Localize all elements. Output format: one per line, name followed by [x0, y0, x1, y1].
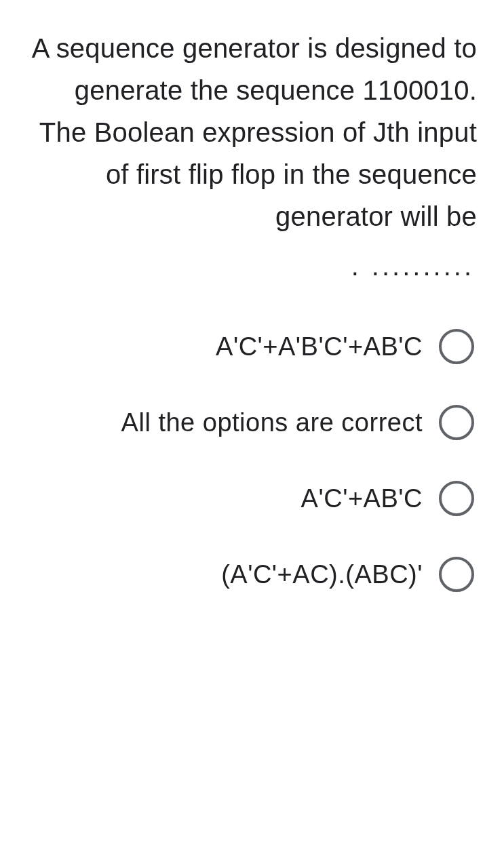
option-4[interactable]: (A'C'+AC).(ABC)' [20, 557, 474, 592]
option-2[interactable]: All the options are correct [20, 405, 474, 440]
radio-icon[interactable] [439, 481, 474, 516]
option-label: A'C'+AB'C [301, 484, 423, 513]
option-label: A'C'+A'B'C'+AB'C [216, 332, 423, 361]
question-text: A sequence generator is designed to gene… [20, 27, 484, 237]
option-label: All the options are correct [121, 408, 423, 437]
question-card: A sequence generator is designed to gene… [0, 0, 504, 868]
radio-icon[interactable] [439, 405, 474, 440]
option-1[interactable]: A'C'+A'B'C'+AB'C [20, 329, 474, 364]
fill-blank: . .......... [20, 251, 484, 281]
radio-icon[interactable] [439, 557, 474, 592]
option-label: (A'C'+AC).(ABC)' [221, 560, 423, 589]
radio-icon[interactable] [439, 329, 474, 364]
option-3[interactable]: A'C'+AB'C [20, 481, 474, 516]
options-group: A'C'+A'B'C'+AB'C All the options are cor… [20, 329, 484, 592]
